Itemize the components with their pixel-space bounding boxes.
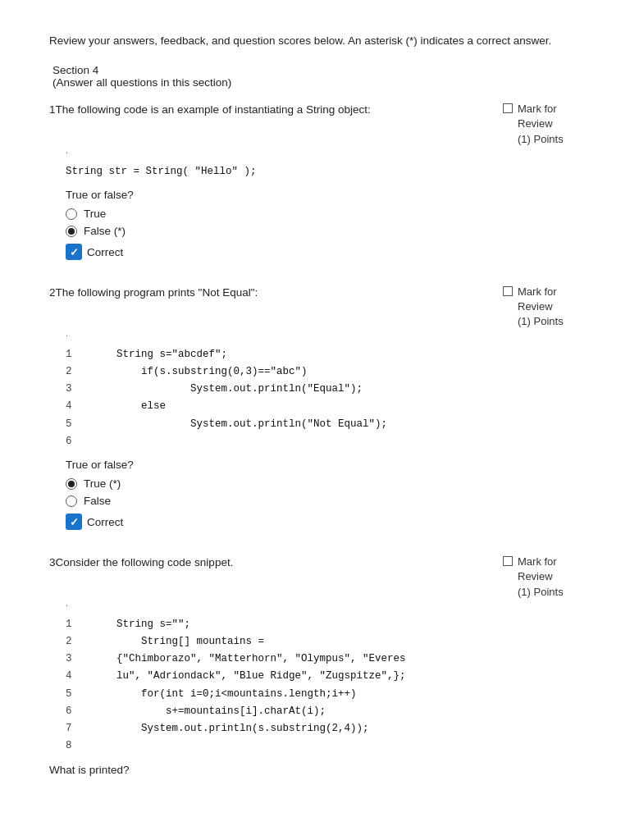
line-num: 1: [66, 346, 79, 363]
q1-option-true-label: True: [84, 208, 106, 220]
q2-option-false[interactable]: False: [66, 495, 581, 507]
q2-correct-label: Correct: [87, 516, 123, 528]
section-header: Section 4 (Answer all questions in this …: [49, 64, 581, 89]
q2-option-true-label: True (*): [84, 477, 121, 490]
code-content: String[] mountains =: [92, 633, 264, 651]
line-num: 6: [66, 433, 79, 450]
code-line: 4 else: [66, 398, 581, 415]
q1-code: String str = String( "Hello" );: [66, 163, 581, 180]
code-line: 5 for(int i=0;i<mountains.length;i++): [66, 686, 581, 703]
mark-review-3-label: Mark forReview(1) Points: [518, 555, 564, 600]
line-num: 6: [66, 703, 79, 720]
q3-prompt: What is printed?: [49, 764, 581, 776]
code-line: 6 s+=mountains[i].charAt(i);: [66, 703, 581, 720]
question-2-number: 2: [49, 286, 56, 299]
q1-option-true[interactable]: True: [66, 208, 581, 220]
code-line: 1 String s="";: [66, 616, 581, 633]
code-content: s+=mountains[i].charAt(i);: [92, 703, 326, 720]
q2-option-false-label: False: [84, 495, 111, 507]
mark-review-2[interactable]: Mark forReview(1) Points: [503, 285, 581, 330]
code-line: 2 if(s.substring(0,3)=="abc"): [66, 363, 581, 381]
q1-checkmark-icon: ✓: [66, 244, 82, 260]
line-num: 8: [66, 737, 79, 755]
section-title: Section 4: [52, 64, 581, 76]
code-line: 8: [66, 737, 581, 755]
q2-dot: .: [49, 328, 581, 338]
line-num: 2: [66, 633, 79, 651]
q2-options: True (*) False: [66, 477, 581, 507]
code-line: 3 {"Chimborazo", "Matterhorn", "Olympus"…: [66, 651, 581, 668]
line-num: 3: [66, 651, 79, 668]
question-3-number: 3: [49, 556, 56, 568]
line-num: 4: [66, 398, 79, 415]
code-line: 5 System.out.println("Not Equal");: [66, 416, 581, 433]
line-num: 1: [66, 616, 79, 633]
code-line: 2 String[] mountains =: [66, 633, 581, 651]
q1-radio-false-inner: [68, 228, 75, 235]
q3-code: 1 String s=""; 2 String[] mountains = 3 …: [66, 616, 581, 756]
question-1-number: 1: [49, 103, 56, 116]
q2-code: 1 String s="abcdef"; 2 if(s.substring(0,…: [66, 346, 581, 451]
line-num: 2: [66, 363, 79, 381]
line-num: 5: [66, 416, 79, 433]
question-2: 2The following program prints "Not Equal…: [49, 285, 581, 530]
q1-radio-true[interactable]: [66, 208, 77, 220]
q1-option-false-label: False (*): [84, 225, 126, 237]
q1-prompt: True or false?: [66, 189, 581, 201]
q1-correct-label: Correct: [87, 246, 123, 258]
q1-correct-badge: ✓ Correct: [66, 244, 581, 260]
q1-dot: .: [49, 145, 581, 155]
intro-text: Review your answers, feedback, and quest…: [49, 33, 581, 49]
code-content: lu", "Adriondack", "Blue Ridge", "Zugspi…: [92, 668, 406, 685]
question-2-body: The following program prints "Not Equal"…: [56, 286, 258, 299]
q2-radio-true[interactable]: [66, 478, 77, 490]
code-line: String str = String( "Hello" );: [66, 163, 581, 180]
question-2-text: 2The following program prints "Not Equal…: [49, 285, 503, 301]
code-content: String s="abcdef";: [92, 346, 227, 363]
code-content: System.out.println(s.substring(2,4));: [92, 720, 369, 737]
code-content: System.out.println("Not Equal");: [92, 416, 387, 433]
line-num: 4: [66, 668, 79, 685]
code-content: for(int i=0;i<mountains.length;i++): [92, 686, 357, 703]
code-line: 1 String s="abcdef";: [66, 346, 581, 363]
mark-review-1[interactable]: Mark forReview(1) Points: [503, 102, 581, 147]
section-subtitle: (Answer all questions in this section): [52, 76, 581, 89]
question-1-text: 1The following code is an example of ins…: [49, 102, 503, 118]
code-line: 3 System.out.println("Equal");: [66, 381, 581, 398]
mark-review-3[interactable]: Mark forReview(1) Points: [503, 555, 581, 600]
q2-radio-true-inner: [68, 481, 75, 487]
q1-radio-false[interactable]: [66, 226, 77, 237]
question-1: 1The following code is an example of ins…: [49, 102, 581, 260]
mark-review-3-checkbox[interactable]: [503, 556, 513, 566]
question-3: 3Consider the following code snippet. Ma…: [49, 555, 581, 776]
q1-option-false[interactable]: False (*): [66, 225, 581, 237]
question-1-body: The following code is an example of inst…: [56, 103, 371, 116]
code-line: 7 System.out.println(s.substring(2,4));: [66, 720, 581, 737]
line-num: 7: [66, 720, 79, 737]
q2-option-true[interactable]: True (*): [66, 477, 581, 490]
code-content: if(s.substring(0,3)=="abc"): [92, 363, 308, 381]
mark-review-2-checkbox[interactable]: [503, 286, 513, 296]
line-num: 5: [66, 686, 79, 703]
code-content: {"Chimborazo", "Matterhorn", "Olympus", …: [92, 651, 406, 668]
code-content: String str = String( "Hello" );: [66, 163, 257, 180]
q2-checkmark-icon: ✓: [66, 514, 82, 530]
question-3-body: Consider the following code snippet.: [56, 556, 234, 568]
q2-prompt: True or false?: [66, 459, 581, 471]
q2-radio-false[interactable]: [66, 495, 77, 507]
code-content: String s="";: [92, 616, 190, 633]
q2-correct-badge: ✓ Correct: [66, 514, 581, 530]
line-num: 3: [66, 381, 79, 398]
mark-review-1-checkbox[interactable]: [503, 103, 513, 113]
mark-review-2-label: Mark forReview(1) Points: [518, 285, 564, 330]
question-3-text: 3Consider the following code snippet.: [49, 555, 503, 571]
mark-review-1-label: Mark forReview(1) Points: [518, 102, 564, 147]
code-line: 4 lu", "Adriondack", "Blue Ridge", "Zugs…: [66, 668, 581, 685]
code-content: System.out.println("Equal");: [92, 381, 363, 398]
q1-options: True False (*): [66, 208, 581, 237]
code-content: else: [92, 398, 166, 415]
code-line: 6: [66, 433, 581, 450]
q3-dot: .: [49, 598, 581, 608]
